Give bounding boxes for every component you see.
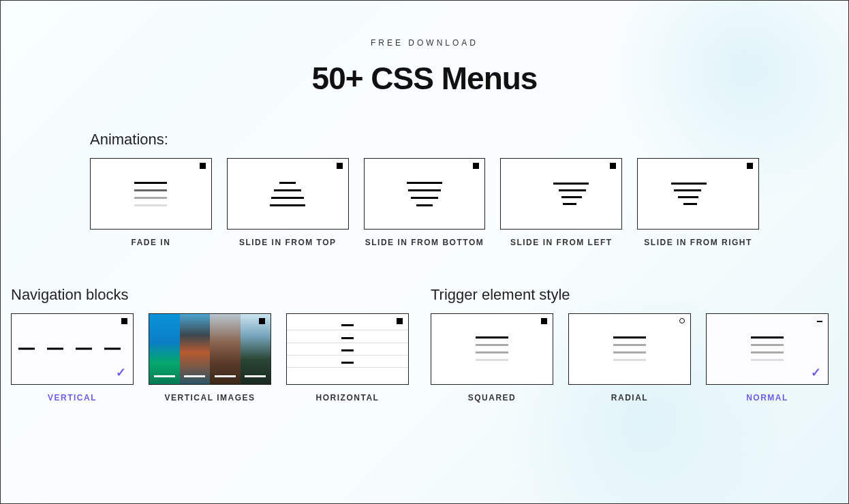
trigger-option-label: SQUARED [431, 392, 553, 404]
square-icon [541, 318, 547, 324]
nav-block-vertical[interactable]: ✓ VERTICAL [11, 313, 134, 404]
subtitle: FREE DOWNLOAD [11, 38, 838, 48]
nav-block-label: HORIZONTAL [286, 392, 409, 404]
page-title: 50+ CSS Menus [11, 60, 838, 97]
menu-lines-icon [134, 182, 167, 206]
animation-option-slide-bottom[interactable]: SLIDE IN FROM BOTTOM [364, 158, 486, 249]
close-icon [121, 318, 127, 324]
animations-row: FADE IN SLIDE IN FROM TOP [90, 158, 759, 249]
animation-label: SLIDE IN FROM LEFT [500, 237, 622, 249]
trigger-option-label: RADIAL [568, 392, 691, 404]
trigger-normal[interactable]: ✓ NORMAL [706, 313, 829, 404]
close-icon [337, 163, 343, 169]
vertical-images-icon [149, 314, 271, 384]
vertical-dashes-icon [18, 348, 121, 350]
close-icon [473, 163, 479, 169]
menu-lines-icon [270, 182, 305, 206]
trigger-squared[interactable]: SQUARED [431, 313, 553, 404]
menu-lines-icon [476, 336, 508, 361]
animation-option-slide-left[interactable]: SLIDE IN FROM LEFT [500, 158, 622, 249]
trigger-radial[interactable]: RADIAL [568, 313, 691, 404]
nav-block-horizontal[interactable]: HORIZONTAL [286, 313, 409, 404]
animation-label: SLIDE IN FROM BOTTOM [364, 237, 486, 249]
animation-option-slide-right[interactable]: SLIDE IN FROM RIGHT [637, 158, 759, 249]
trigger-option-label: NORMAL [706, 392, 829, 404]
nav-blocks-label: Navigation blocks [11, 286, 409, 304]
close-icon [200, 163, 206, 169]
menu-lines-icon [407, 182, 442, 206]
menu-lines-icon [751, 336, 784, 361]
check-icon: ✓ [116, 365, 126, 380]
circle-icon [679, 318, 685, 324]
close-icon [259, 318, 265, 324]
animation-option-fade-in[interactable]: FADE IN [90, 158, 212, 249]
nav-block-vertical-images[interactable]: VERTICAL IMAGES [149, 313, 271, 404]
trigger-label: Trigger element style [431, 286, 829, 304]
animations-label: Animations: [90, 131, 759, 148]
animation-label: SLIDE IN FROM RIGHT [637, 237, 759, 249]
animation-option-slide-top[interactable]: SLIDE IN FROM TOP [227, 158, 349, 249]
dash-icon [817, 321, 822, 322]
menu-lines-icon [671, 183, 726, 205]
menu-lines-icon [613, 336, 646, 361]
menu-lines-icon [534, 183, 589, 205]
nav-block-label: VERTICAL IMAGES [149, 392, 271, 404]
check-icon: ✓ [811, 365, 821, 380]
close-icon [610, 163, 616, 169]
horizontal-rows-icon [287, 314, 408, 384]
close-icon [397, 318, 403, 324]
animation-label: SLIDE IN FROM TOP [227, 237, 349, 249]
animation-label: FADE IN [90, 237, 212, 249]
nav-block-label: VERTICAL [11, 392, 134, 404]
close-icon [747, 163, 753, 169]
